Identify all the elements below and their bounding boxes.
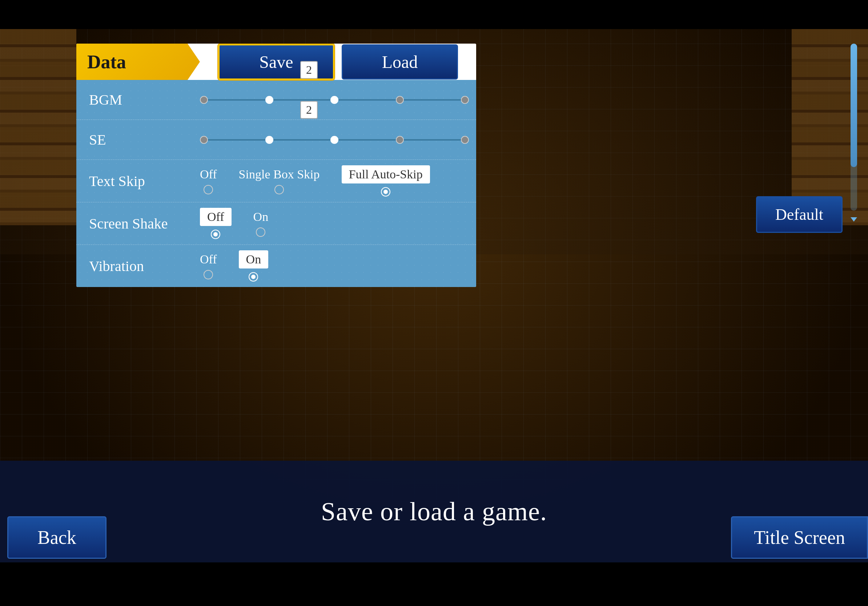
se-dot-1: [265, 136, 273, 144]
bgm-control[interactable]: 2: [193, 83, 476, 116]
se-label: SE: [76, 131, 193, 148]
black-bar-top: [0, 0, 868, 29]
bgm-row: BGM 2: [76, 80, 476, 120]
bottom-text: Save or load a game.: [321, 497, 547, 527]
settings-panel: Data Save Load BGM 2: [76, 43, 476, 287]
text-skip-label: Text Skip: [76, 173, 193, 190]
bgm-slider[interactable]: 2: [200, 89, 469, 111]
text-skip-single[interactable]: Single Box Skip: [239, 167, 320, 194]
se-value: 2: [300, 101, 318, 119]
vibration-off-radio[interactable]: [203, 270, 213, 279]
text-skip-single-radio[interactable]: [274, 185, 284, 194]
vibration-control[interactable]: Off On: [193, 245, 476, 287]
text-skip-off[interactable]: Off: [200, 167, 217, 194]
screen-shake-control[interactable]: Off On: [193, 203, 476, 244]
vibration-on[interactable]: On: [239, 250, 269, 281]
data-tab-label: Data: [87, 51, 126, 73]
text-skip-off-label: Off: [200, 167, 217, 181]
scrollbar-arrow-icon: [851, 217, 857, 222]
vibration-row: Vibration Off On: [76, 245, 476, 287]
vibration-on-label: On: [239, 250, 269, 269]
se-slider[interactable]: 2: [200, 129, 469, 151]
text-skip-off-radio[interactable]: [203, 185, 213, 194]
text-skip-single-label: Single Box Skip: [239, 167, 320, 181]
back-button[interactable]: Back: [7, 516, 107, 559]
se-control[interactable]: 2: [193, 124, 476, 156]
bgm-dot-0: [200, 96, 208, 104]
screen-shake-off[interactable]: Off: [200, 208, 231, 239]
bgm-dots: [200, 96, 469, 104]
text-skip-row: Text Skip Off Single Box Skip Full Auto-…: [76, 160, 476, 203]
screen-shake-off-radio[interactable]: [211, 230, 220, 239]
vibration-off-label: Off: [200, 252, 217, 266]
text-skip-full[interactable]: Full Auto-Skip: [342, 165, 430, 196]
text-skip-control[interactable]: Off Single Box Skip Full Auto-Skip: [193, 160, 476, 202]
se-track[interactable]: [200, 139, 469, 141]
screen-shake-on-radio[interactable]: [256, 227, 265, 237]
vibration-on-radio[interactable]: [249, 272, 258, 281]
se-dot-0: [200, 136, 208, 144]
bgm-dot-1: [265, 96, 273, 104]
scrollbar-track[interactable]: [851, 43, 857, 211]
shelf-left-decoration: [0, 29, 76, 225]
bgm-dot-4: [461, 96, 469, 104]
bgm-value: 2: [300, 61, 318, 79]
se-dot-3: [396, 136, 404, 144]
load-button[interactable]: Load: [342, 44, 458, 80]
bgm-label: BGM: [76, 91, 193, 108]
screen-shake-on[interactable]: On: [253, 210, 269, 237]
default-button[interactable]: Default: [756, 196, 843, 233]
screen-shake-off-label: Off: [200, 208, 231, 226]
screen-shake-options: Off On: [200, 208, 469, 239]
screen-shake-row: Screen Shake Off On: [76, 203, 476, 245]
bgm-track[interactable]: [200, 99, 469, 100]
scrollbar-thumb[interactable]: [851, 43, 857, 167]
screen-shake-label: Screen Shake: [76, 215, 193, 232]
se-row: SE 2: [76, 120, 476, 160]
text-skip-options: Off Single Box Skip Full Auto-Skip: [200, 165, 469, 196]
vibration-label: Vibration: [76, 258, 193, 275]
black-bar-bottom: [0, 563, 868, 606]
title-screen-button[interactable]: Title Screen: [731, 516, 868, 559]
bgm-dot-2: [330, 96, 338, 104]
settings-content: BGM 2: [76, 80, 476, 287]
se-dots: [200, 136, 469, 144]
header-buttons: Save Load: [200, 44, 476, 80]
vibration-off[interactable]: Off: [200, 252, 217, 279]
screen-shake-on-label: On: [253, 210, 269, 224]
text-skip-full-radio[interactable]: [381, 187, 391, 196]
se-dot-2: [330, 136, 338, 144]
se-dot-4: [461, 136, 469, 144]
text-skip-full-label: Full Auto-Skip: [342, 165, 430, 184]
data-tab: Data: [76, 43, 200, 80]
vibration-options: Off On: [200, 250, 469, 281]
header-row: Data Save Load: [76, 43, 476, 80]
bgm-dot-3: [396, 96, 404, 104]
